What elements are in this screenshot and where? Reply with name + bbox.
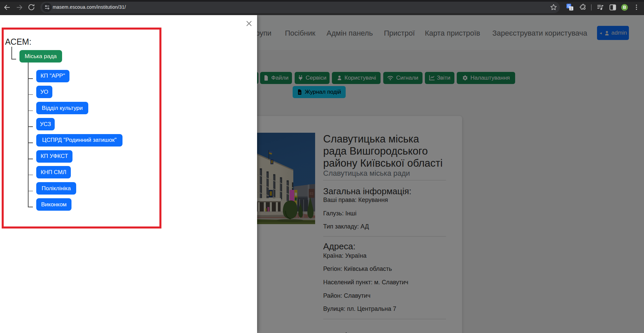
svg-text:文: 文 (570, 7, 573, 10)
